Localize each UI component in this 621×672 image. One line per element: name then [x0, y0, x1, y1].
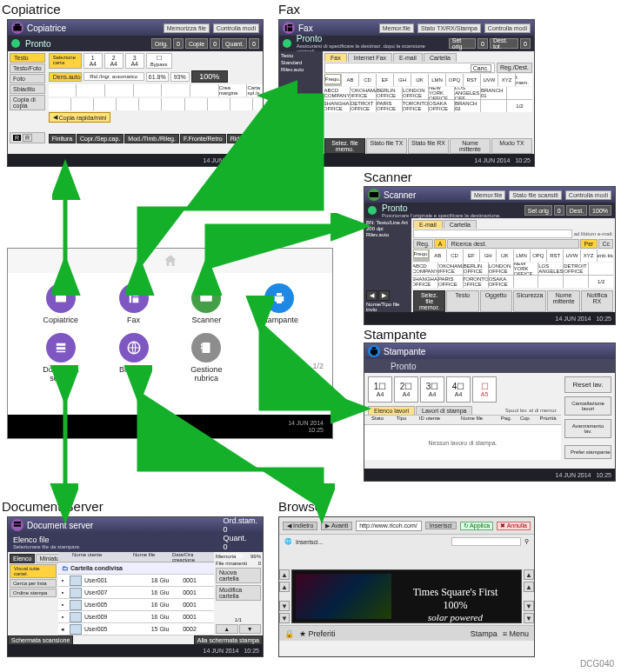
carta-speciale[interactable]: Carta spl./s. [247, 84, 264, 96]
dest-cell[interactable]: TORONTO OFFICE [464, 276, 488, 288]
go-button[interactable]: ↻ Applica [460, 522, 494, 530]
reg-dest[interactable]: Reg./Dest. [497, 63, 532, 73]
copia-rapida-mini[interactable]: ◀Copia rapida/mini [49, 112, 110, 123]
dest-cell[interactable]: ABCD COMPANY [413, 263, 437, 275]
cell[interactable] [253, 98, 264, 110]
tab-internet-fax[interactable]: Internet Fax [348, 53, 392, 62]
bottom-mitt[interactable]: Nome mittente [547, 290, 579, 312]
cell[interactable] [190, 84, 218, 96]
file-row[interactable]: ▪User00916 Giu0001 [58, 611, 214, 623]
scroll-down2-left[interactable]: ▼ [279, 601, 290, 611]
az[interactable]: OPQ [446, 74, 463, 86]
url-field[interactable]: http://www.ricoh.com/ [356, 521, 422, 531]
az[interactable]: I. mem. [516, 74, 532, 86]
bottom-riduz[interactable]: Riduz./Ingrend. [227, 134, 264, 143]
selez[interactable]: Selez. file memor. [413, 290, 445, 312]
scroll-up2-left[interactable]: ▲ [279, 582, 290, 592]
tray-1[interactable]: 1☐A4 [368, 376, 392, 403]
dest-cell[interactable]: PARIS OFFICE [377, 100, 402, 112]
tab-fax[interactable]: Fax [324, 53, 347, 62]
avanzamento-button[interactable]: Avanzamento lav. [564, 419, 611, 438]
az[interactable]: RST [547, 250, 563, 262]
reset-lav-button[interactable]: Reset lav. [564, 376, 611, 393]
cell[interactable] [162, 84, 190, 96]
app-copiatrice[interactable]: Copiatrice [27, 283, 95, 324]
reg[interactable]: Reg. [413, 239, 433, 249]
az[interactable]: IJK [497, 250, 512, 262]
tray-3[interactable]: 3A4 [125, 53, 144, 69]
dest-cell[interactable]: LONDON OFFICE [403, 87, 428, 99]
cc[interactable]: Cc [598, 239, 613, 249]
controlla-modi-button[interactable]: Controlla modi [565, 190, 611, 200]
per[interactable]: Per [580, 239, 598, 249]
dest-cell[interactable]: BERLIN OFFICE [377, 87, 402, 99]
col-data[interactable]: Data/Ora creazione [172, 552, 214, 562]
app-document-server[interactable]: Document server [27, 333, 95, 383]
scroll-down-left[interactable]: ▼ [279, 613, 290, 623]
search-input[interactable] [451, 537, 521, 546]
app-scanner[interactable]: Scanner [173, 283, 241, 324]
reload-button[interactable]: Inserisci [425, 522, 457, 529]
stato-file-button[interactable]: Stato file scansiti [509, 190, 562, 200]
browser-viewport[interactable]: Times Square's First 100% solar powered … [291, 569, 522, 623]
scroll-up-right[interactable]: ▲ [524, 569, 534, 580]
selezione-carta[interactable]: Selezione carta [49, 53, 82, 69]
dest-cell[interactable]: LOS ANGELES OFF. [455, 87, 480, 99]
dest-cell[interactable]: SHANGHAI OFFICE [324, 100, 350, 112]
dest-cell[interactable]: NEW YORK OFFICE [429, 87, 454, 99]
dest-cell[interactable]: DETROIT OFFICE [351, 100, 376, 112]
az[interactable]: LMN [514, 250, 530, 262]
forward-button[interactable]: ▶ Avanti [321, 522, 352, 530]
dest-cell[interactable] [481, 100, 506, 112]
bottom-copr[interactable]: Copr./Sep.cap. [77, 134, 124, 143]
scroll-up2-right[interactable]: ▲ [524, 582, 534, 592]
az[interactable]: GH [394, 74, 411, 86]
dest-cell[interactable]: BRANCH 01 [481, 87, 506, 99]
memorizza-file-button[interactable]: Memorizza file [164, 23, 210, 33]
az[interactable]: UVW [481, 74, 497, 86]
scroll-up-left[interactable]: ▲ [279, 569, 290, 580]
cell[interactable] [117, 98, 138, 110]
dest-cell[interactable] [507, 87, 532, 99]
dest-cell[interactable]: YOKOHAMA OFFICE [438, 263, 463, 275]
densauto[interactable]: Dens.auto [49, 72, 82, 82]
page-down[interactable]: ▼ [239, 624, 262, 634]
rid-ingrand[interactable]: Rid./Ingr. automatico [83, 72, 144, 81]
tab-cartella[interactable]: Cartella [424, 53, 457, 62]
dest-cell[interactable]: TORONTO OFFICE [403, 100, 428, 112]
crea-margine[interactable]: Crea margine [219, 84, 247, 96]
page-up[interactable]: ▲ [216, 624, 238, 634]
nome-mitt[interactable]: Nome mittente [450, 138, 491, 154]
back-button[interactable]: ◀ Indietro [283, 522, 317, 530]
zoom-icon[interactable]: ⚲ [524, 538, 529, 545]
az[interactable]: GH [480, 250, 496, 262]
tab-elenco-lavori[interactable]: Elenco lavori [368, 406, 415, 415]
pct-b[interactable]: 93% [170, 72, 190, 82]
view-list[interactable]: Elenco [10, 554, 35, 563]
tray-4[interactable]: 4☐A4 [446, 376, 471, 403]
az-frequ[interactable]: Frequ. [324, 74, 341, 84]
cancellazione-button[interactable]: Cancellazione lavori [564, 396, 611, 416]
memor-file-button[interactable]: Memor.file [471, 190, 505, 200]
arrow-left[interactable]: ◀ [281, 126, 293, 136]
dest-cell[interactable]: OSAKA OFFICE [489, 276, 513, 288]
stampa-button[interactable]: Stampa [471, 629, 497, 638]
dest-cell[interactable] [538, 276, 563, 288]
dest-cell[interactable]: PARIS OFFICE [438, 276, 463, 288]
pct-full[interactable]: 100% [191, 70, 228, 83]
az-frequ[interactable]: Frequ. [413, 250, 429, 258]
bypass[interactable]: ☐Bypass [146, 53, 172, 69]
tray-bypass[interactable]: ☐A5 [472, 376, 497, 403]
dest-cell[interactable]: SHANGHAI OFFICE [413, 276, 437, 288]
selez-file[interactable]: Selez. file memo. [324, 138, 365, 154]
modo-tx[interactable]: Modo TX [491, 138, 532, 154]
dest-field[interactable] [413, 230, 572, 238]
tab-sbiadito[interactable]: Sbiadito [10, 84, 45, 94]
cell[interactable] [94, 98, 116, 110]
bottom-sicurezza[interactable]: Sicurezza [513, 290, 547, 312]
cell[interactable] [230, 98, 252, 110]
dest-cell[interactable]: DETROIT OFFICE [564, 263, 588, 275]
tab-cartella[interactable]: Cartella [444, 220, 477, 229]
scroll-down-right[interactable]: ▼ [524, 613, 534, 623]
file-row[interactable]: ◂User00515 Giu0002 [58, 623, 214, 635]
